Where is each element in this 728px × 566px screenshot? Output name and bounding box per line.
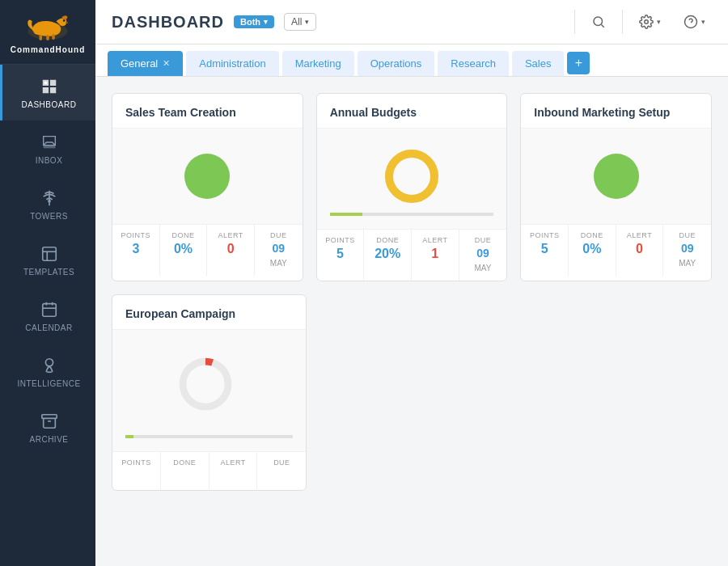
intelligence-icon: [39, 355, 60, 376]
card-body: [521, 129, 711, 224]
svg-rect-12: [42, 304, 56, 317]
topbar-divider: [574, 10, 575, 34]
svg-point-16: [45, 359, 53, 366]
both-label: Both: [240, 17, 260, 27]
footer-alert: ALERT 0: [207, 225, 255, 276]
tab-research[interactable]: Research: [438, 51, 509, 76]
search-button[interactable]: [585, 11, 612, 32]
sidebar-item-intelligence[interactable]: INTELLIGENCE: [0, 344, 95, 399]
svg-point-6: [44, 82, 47, 85]
cards-grid: Sales Team Creation POINTS 3: [112, 93, 712, 281]
done-label: DONE: [164, 458, 205, 467]
svg-point-30: [594, 154, 639, 199]
due-label: DUE: [667, 231, 708, 239]
card-footer: POINTS 5 DONE 20% ALERT 1 DUE 09: [317, 229, 507, 281]
footer-points: POINTS 5: [317, 230, 365, 281]
settings-button[interactable]: ▾: [633, 11, 667, 32]
sidebar-item-inbox[interactable]: INBOX: [0, 120, 95, 176]
sidebar-item-archive[interactable]: ARCHIVE: [0, 399, 95, 455]
sidebar-item-calendar[interactable]: CALENDAR: [0, 288, 95, 344]
templates-icon: [39, 243, 60, 264]
all-filter-button[interactable]: All ▾: [284, 13, 316, 31]
donut-chart: [588, 148, 645, 205]
svg-rect-4: [46, 35, 49, 40]
all-chevron-icon: ▾: [305, 18, 309, 26]
done-value: 0%: [572, 242, 612, 256]
towers-icon: [39, 188, 60, 209]
card-european-campaign: European Campaign POINTS: [112, 294, 307, 491]
sidebar-navigation: DASHBOARD INBOX TOWERS TEMPLATES: [0, 65, 95, 566]
both-filter-button[interactable]: Both ▾: [234, 15, 274, 28]
points-label: POINTS: [524, 231, 565, 239]
done-value: 20%: [367, 247, 408, 261]
tab-general[interactable]: General ✕: [108, 51, 183, 76]
sidebar-item-calendar-label: CALENDAR: [25, 323, 72, 332]
tab-research-label: Research: [451, 57, 496, 70]
done-label: DONE: [572, 231, 612, 239]
tab-operations[interactable]: Operations: [358, 51, 435, 76]
logo-text: CommandHound: [11, 45, 86, 54]
card-body: [317, 129, 507, 229]
svg-point-2: [66, 22, 69, 23]
card-sales-team-creation: Sales Team Creation POINTS 3: [112, 93, 303, 281]
footer-due: DUE 09 MAY: [663, 225, 711, 276]
card-title: Inbound Marketing Setup: [534, 106, 670, 119]
tab-sales[interactable]: Sales: [512, 51, 565, 76]
alert-value: 0: [210, 242, 251, 256]
sidebar-item-templates[interactable]: TEMPLATES: [0, 232, 95, 288]
logo-icon: [19, 10, 76, 42]
inbox-icon: [39, 132, 60, 153]
svg-point-8: [48, 200, 51, 203]
card-body: [112, 330, 306, 451]
card-footer: POINTS 3 DONE 0% ALERT 0 DUE 09: [112, 224, 303, 276]
alert-label: ALERT: [620, 231, 660, 239]
svg-rect-3: [40, 35, 43, 40]
svg-point-26: [184, 154, 230, 199]
card-title: Annual Budgets: [330, 106, 417, 119]
add-tab-button[interactable]: +: [567, 52, 590, 74]
footer-done: DONE 0%: [569, 225, 616, 276]
dashboard-icon: [39, 76, 60, 97]
tab-administration[interactable]: Administration: [186, 51, 278, 76]
second-row: European Campaign POINTS: [112, 294, 712, 491]
points-label: POINTS: [116, 458, 157, 467]
footer-due: DUE 09 MAY: [255, 225, 303, 276]
card-inbound-marketing: Inbound Marketing Setup POINTS 5: [520, 93, 712, 281]
done-label: DONE: [163, 231, 204, 239]
donut-chart: [179, 148, 235, 205]
page-title: DASHBOARD: [112, 13, 224, 32]
points-value: 5: [524, 242, 565, 256]
done-value: 0%: [163, 242, 204, 256]
help-button[interactable]: ▾: [677, 11, 712, 32]
svg-rect-9: [42, 247, 56, 261]
sidebar-item-towers[interactable]: TOWERS: [0, 176, 95, 232]
progress-bar-container: [330, 213, 494, 216]
tab-general-close[interactable]: ✕: [163, 58, 170, 69]
main-content: DASHBOARD Both ▾ All ▾ ▾ ▾ General ✕: [95, 0, 728, 566]
both-chevron-icon: ▾: [264, 18, 268, 26]
due-day: 09: [476, 247, 489, 260]
donut-chart: [177, 356, 242, 420]
svg-point-1: [63, 19, 66, 22]
svg-point-31: [183, 361, 228, 407]
alert-value: 0: [620, 242, 660, 256]
svg-line-21: [601, 24, 603, 27]
calendar-icon: [39, 299, 60, 320]
tab-marketing[interactable]: Marketing: [282, 51, 354, 76]
due-value: [260, 469, 303, 483]
footer-done: DONE 20%: [364, 230, 412, 281]
svg-rect-18: [41, 415, 56, 419]
sidebar-item-templates-label: TEMPLATES: [23, 268, 74, 277]
footer-done: DONE: [161, 452, 210, 490]
due-value: 09 MAY: [667, 242, 708, 269]
progress-bar: [125, 435, 133, 438]
points-value: 5: [320, 247, 361, 261]
sidebar-item-dashboard[interactable]: DASHBOARD: [0, 65, 95, 120]
tab-general-label: General: [121, 57, 158, 70]
progress-bar: [330, 213, 363, 216]
svg-point-22: [645, 20, 649, 24]
footer-points: POINTS 5: [521, 225, 569, 276]
footer-due: DUE: [257, 452, 306, 490]
progress-bar-container: [125, 435, 293, 438]
svg-point-28: [389, 154, 434, 199]
